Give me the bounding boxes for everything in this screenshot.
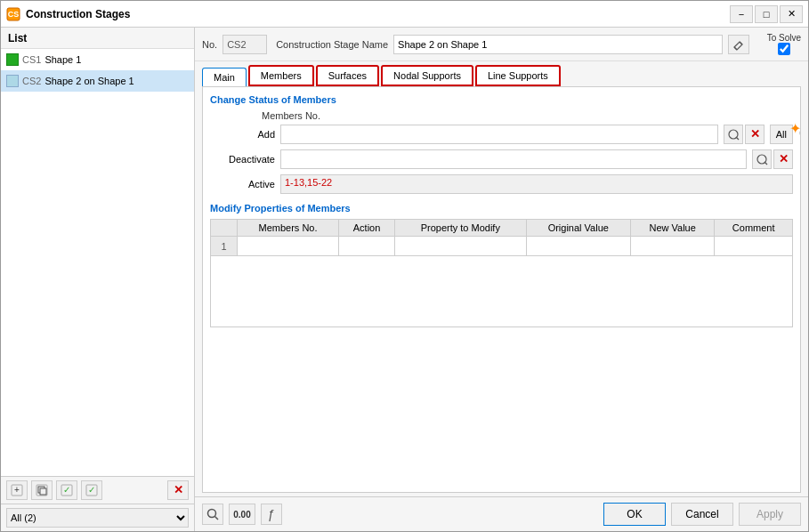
svg-text:✕: ✕ — [174, 484, 183, 496]
tab-surfaces[interactable]: Surfaces — [316, 65, 379, 86]
empty-space — [211, 256, 793, 327]
sidebar-item-cs1[interactable]: CS1 Shape 1 — [1, 49, 194, 70]
cs2-color-indicator — [6, 75, 19, 87]
row-num-1: 1 — [211, 237, 238, 256]
cs2-name: Shape 2 on Shape 1 — [44, 76, 133, 86]
change-status-title: Change Status of Members — [210, 94, 793, 105]
cs1-label: CS1 — [22, 54, 41, 65]
deactivate-actions: ✕ — [752, 149, 793, 169]
tab-main[interactable]: Main — [202, 68, 247, 86]
members-no-header: Members No. — [262, 110, 793, 121]
col-num — [211, 220, 238, 237]
svg-line-21 — [215, 517, 219, 520]
modify-title: Modify Properties of Members — [210, 203, 793, 214]
properties-table: Members No. Action Property to Modify Or… — [210, 219, 793, 327]
search-button[interactable] — [202, 504, 223, 525]
cancel-button[interactable]: Cancel — [671, 503, 733, 526]
sidebar-list: CS1 Shape 1 CS2 Shape 2 on Shape 1 — [1, 49, 194, 476]
row-original-1[interactable] — [526, 237, 630, 256]
row-action-1[interactable] — [339, 237, 395, 256]
main-window: CS Construction Stages − □ ✕ List CS1 Sh… — [0, 0, 809, 532]
sidebar-filter-select[interactable]: All (2) — [6, 508, 189, 528]
cs2-label: CS2 — [22, 76, 41, 86]
tab-members[interactable]: Members — [248, 65, 314, 86]
add-actions: ✕ — [724, 125, 765, 144]
svg-line-15 — [736, 137, 739, 140]
col-action: Action — [339, 220, 395, 237]
name-label: Construction Stage Name — [276, 39, 388, 50]
tab-nodal-supports[interactable]: Nodal Supports — [381, 65, 473, 86]
row-comment-1[interactable] — [715, 237, 793, 256]
svg-text:✕: ✕ — [749, 128, 759, 141]
cs1-name: Shape 1 — [44, 54, 81, 65]
value-icon-label: 0.00 — [233, 510, 250, 520]
right-panel: No. Construction Stage Name To Solve — [195, 28, 808, 531]
sidebar-toolbar: + ✓ ✓ ✕ — [1, 476, 194, 504]
active-row: Active 1-13,15-22 — [217, 174, 793, 194]
window-title: Construction Stages — [26, 8, 730, 20]
col-original: Original Value — [526, 220, 630, 237]
minimize-button[interactable]: − — [730, 5, 753, 23]
no-input[interactable] — [222, 35, 267, 54]
to-solve-group: To Solve — [767, 33, 801, 55]
sidebar-check-button[interactable]: ✓ — [56, 480, 77, 500]
to-solve-label: To Solve — [767, 33, 801, 43]
svg-text:✕: ✕ — [779, 153, 789, 165]
function-icon: ƒ — [268, 507, 275, 521]
header-row: No. Construction Stage Name To Solve — [195, 28, 808, 61]
table-row-empty — [211, 256, 793, 327]
sidebar-check2-button[interactable]: ✓ — [81, 480, 102, 500]
svg-text:+: + — [14, 485, 20, 495]
svg-text:✓: ✓ — [88, 485, 95, 495]
title-bar: CS Construction Stages − □ ✕ — [1, 1, 808, 28]
sidebar: List CS1 Shape 1 CS2 Shape 2 on Shape 1 … — [1, 28, 195, 531]
col-members-no: Members No. — [238, 220, 339, 237]
ok-button[interactable]: OK — [603, 503, 666, 526]
add-clear-button[interactable]: ✕ — [745, 125, 765, 144]
value-button[interactable]: 0.00 — [229, 504, 255, 525]
cs1-color-indicator — [6, 53, 19, 66]
main-content: List CS1 Shape 1 CS2 Shape 2 on Shape 1 … — [1, 28, 808, 531]
sidebar-item-cs2[interactable]: CS2 Shape 2 on Shape 1 — [1, 70, 194, 92]
apply-button[interactable]: Apply — [739, 503, 801, 526]
active-value: 1-13,15-22 — [280, 174, 793, 194]
row-members-no-1[interactable] — [238, 237, 339, 256]
app-icon: CS — [6, 7, 20, 21]
no-label: No. — [202, 39, 217, 50]
edit-name-button[interactable] — [728, 35, 749, 54]
tab-line-supports[interactable]: Line Supports — [475, 65, 561, 86]
sidebar-add-button[interactable]: + — [6, 480, 28, 500]
row-property-1[interactable] — [395, 237, 527, 256]
window-controls: − □ ✕ — [730, 5, 803, 23]
deactivate-select-button[interactable] — [752, 149, 772, 169]
svg-line-12 — [740, 42, 742, 44]
name-input[interactable] — [393, 35, 723, 54]
add-label: Add — [217, 129, 275, 140]
function-button[interactable]: ƒ — [261, 504, 282, 525]
svg-point-20 — [208, 510, 216, 518]
row-new-value-1[interactable] — [630, 237, 714, 256]
all-label: All — [776, 129, 787, 140]
table-row: 1 — [211, 237, 793, 256]
svg-text:CS: CS — [8, 10, 20, 19]
tab-content-main: Change Status of Members Members No. Add — [202, 86, 801, 493]
to-solve-checkbox[interactable] — [778, 43, 790, 55]
close-button[interactable]: ✕ — [780, 5, 803, 23]
sidebar-dropdown-row: All (2) — [1, 504, 194, 531]
add-select-button[interactable] — [724, 125, 743, 144]
svg-line-13 — [734, 47, 737, 50]
add-input[interactable] — [280, 125, 718, 144]
no-field: No. — [202, 35, 267, 54]
sidebar-delete-button[interactable]: ✕ — [167, 480, 189, 500]
sidebar-header: List — [1, 28, 194, 49]
all-button[interactable]: All ✦ ↖ — [770, 125, 793, 144]
deactivate-clear-button[interactable]: ✕ — [773, 149, 793, 169]
active-label: Active — [217, 179, 275, 189]
bottom-bar: 0.00 ƒ OK Cancel Apply — [195, 496, 808, 531]
sidebar-copy-button[interactable] — [31, 480, 53, 500]
name-field-group: Construction Stage Name — [276, 35, 758, 54]
deactivate-label: Deactivate — [217, 154, 275, 165]
maximize-button[interactable]: □ — [755, 5, 778, 23]
deactivate-input[interactable] — [280, 149, 747, 169]
col-property: Property to Modify — [395, 220, 527, 237]
